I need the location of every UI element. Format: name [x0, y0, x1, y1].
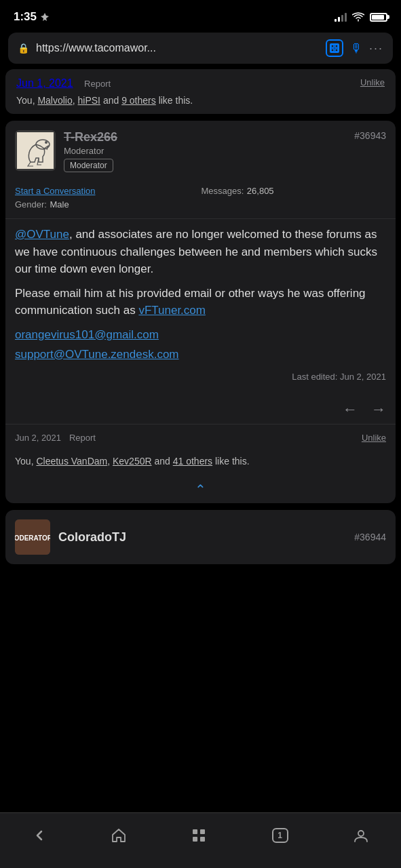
svg-text:MODERATORS: MODERATORS [15, 534, 50, 542]
battery-icon [370, 13, 387, 22]
content-area: Jun 1, 2021 Report Unlike You, Malvolio,… [0, 69, 401, 632]
svg-rect-4 [17, 132, 54, 169]
prev-post-likes: You, Malvolio, hiPSI and 9 others like t… [16, 95, 385, 106]
messages-label: Messages: [202, 186, 244, 196]
wifi-icon [352, 12, 364, 22]
footer-unlike-link[interactable]: Unlike [362, 433, 386, 443]
post-text-1: , and associates are no longer welcomed … [15, 228, 377, 275]
gender-stat: Gender: Male [15, 198, 200, 210]
messages-stat: Messages: 26,805 [202, 184, 387, 197]
post-paragraph-1: @OVTune, and associates are no longer we… [15, 226, 386, 278]
lock-icon: 🔒 [18, 43, 29, 54]
mention-link[interactable]: @OVTune [15, 228, 69, 241]
prev-likes-others[interactable]: 9 others [121, 95, 156, 106]
post-footer-left: Jun 2, 2021 Report [15, 431, 96, 443]
browser-bar[interactable]: 🔒 https://www.tacomawor... 🎙 ··· [8, 33, 393, 64]
svg-rect-10 [200, 829, 205, 834]
moderator-badge: Moderator [64, 159, 113, 172]
back-icon [33, 829, 46, 842]
prev-post-meta: Jun 1, 2021 Report Unlike [16, 77, 385, 90]
prev-likes-user2[interactable]: hiPSI [78, 95, 100, 106]
home-icon [111, 828, 126, 843]
footer-date: Jun 2, 2021 [15, 431, 61, 443]
svg-point-13 [358, 831, 364, 836]
next-post-username: ColoradoTJ [58, 530, 126, 545]
svg-rect-1 [335, 45, 338, 47]
footer-date-link[interactable]: Jun 2, 2021 [15, 433, 61, 443]
email2-link[interactable]: support@OVTune.zendesk.com [15, 346, 386, 363]
tab-count[interactable]: 1 [272, 828, 288, 843]
browser-actions: 🎙 ··· [326, 39, 383, 57]
start-conversation-link[interactable]: Start a Conversation [15, 186, 96, 196]
status-bar: 1:35 [0, 0, 401, 30]
bottom-nav: 1 [0, 812, 401, 868]
browser-url[interactable]: https://www.tacomawor... [36, 42, 319, 54]
prev-arrow[interactable]: ← [343, 401, 358, 418]
likes-others[interactable]: 41 others [173, 456, 212, 467]
svg-rect-12 [200, 837, 205, 842]
next-post-number: #36944 [354, 532, 386, 542]
user-stats: Start a Conversation Messages: 26,805 Ge… [5, 184, 396, 218]
gender-value: Male [50, 199, 69, 210]
start-conversation-link-item: Start a Conversation [15, 184, 200, 197]
prev-post-unlike-link[interactable]: Unlike [360, 77, 385, 90]
post-body: @OVTune, and associates are no longer we… [5, 218, 396, 395]
back-button[interactable] [24, 825, 54, 846]
post-likes: You, Cleetus VanDam, Kev250R and 41 othe… [5, 450, 396, 476]
next-post-preview[interactable]: MODERATORS ColoradoTJ #36944 [5, 510, 396, 564]
scroll-up-button[interactable]: ⌃ [5, 476, 396, 503]
profile-button[interactable] [345, 824, 377, 847]
nav-arrows: ← → [5, 395, 396, 424]
apps-button[interactable] [183, 824, 214, 847]
scan-icon-svg [329, 43, 340, 54]
gender-label: Gender: [15, 199, 47, 210]
email1-link[interactable]: orangevirus101@gmail.com [15, 326, 386, 344]
main-post-card: T-Rex266 Moderator Moderator #36943 Star… [5, 121, 396, 503]
post-header: T-Rex266 Moderator Moderator #36943 [5, 121, 396, 184]
profile-icon [354, 828, 368, 843]
svg-point-6 [45, 141, 47, 144]
mic-icon[interactable]: 🎙 [350, 41, 362, 56]
avatar [15, 130, 56, 171]
time-display: 1:35 [14, 10, 37, 24]
next-avatar-image: MODERATORS [15, 519, 50, 555]
post-footer: Jun 2, 2021 Report Unlike [5, 424, 396, 450]
prev-post-date-report: Jun 1, 2021 Report [16, 77, 111, 90]
signal-icon [335, 12, 347, 22]
prev-post-report-link[interactable]: Report [84, 79, 111, 89]
svg-rect-3 [335, 49, 338, 52]
next-arrow[interactable]: → [371, 401, 386, 418]
prev-likes-user1[interactable]: Malvolio [37, 95, 72, 106]
chevron-up-icon[interactable]: ⌃ [195, 482, 206, 497]
grid-icon [191, 828, 206, 843]
vftuner-link[interactable]: vFTuner.com [138, 304, 206, 317]
svg-rect-2 [331, 49, 334, 52]
likes-user2[interactable]: Kev250R [113, 456, 152, 467]
scan-icon[interactable] [326, 39, 343, 57]
home-button[interactable] [103, 824, 134, 847]
avatar-image [17, 132, 54, 169]
tabs-button[interactable]: 1 [264, 824, 297, 847]
previous-post-card: Jun 1, 2021 Report Unlike You, Malvolio,… [5, 69, 396, 114]
user-role: Moderator [64, 146, 386, 156]
messages-count: 26,805 [247, 186, 274, 196]
post-paragraph-2: Please email him at his provided email o… [15, 285, 386, 319]
svg-rect-11 [193, 837, 197, 842]
user-info: T-Rex266 Moderator Moderator [64, 130, 386, 178]
svg-rect-9 [193, 829, 197, 834]
post-number[interactable]: #36943 [354, 130, 386, 141]
prev-post-date-link[interactable]: Jun 1, 2021 [16, 77, 73, 89]
footer-report-link[interactable]: Report [69, 433, 96, 443]
likes-user1[interactable]: Cleetus VanDam [36, 456, 107, 467]
username: T-Rex266 [64, 130, 386, 144]
next-post-avatar: MODERATORS [15, 519, 50, 555]
last-edited: Last edited: Jun 2, 2021 [15, 370, 386, 384]
status-time: 1:35 [14, 10, 49, 24]
post-paragraph-3: orangevirus101@gmail.com support@OVTune.… [15, 326, 386, 363]
more-options-icon[interactable]: ··· [369, 41, 383, 56]
svg-rect-0 [331, 45, 334, 47]
status-icons [335, 12, 387, 22]
location-icon [41, 13, 49, 21]
